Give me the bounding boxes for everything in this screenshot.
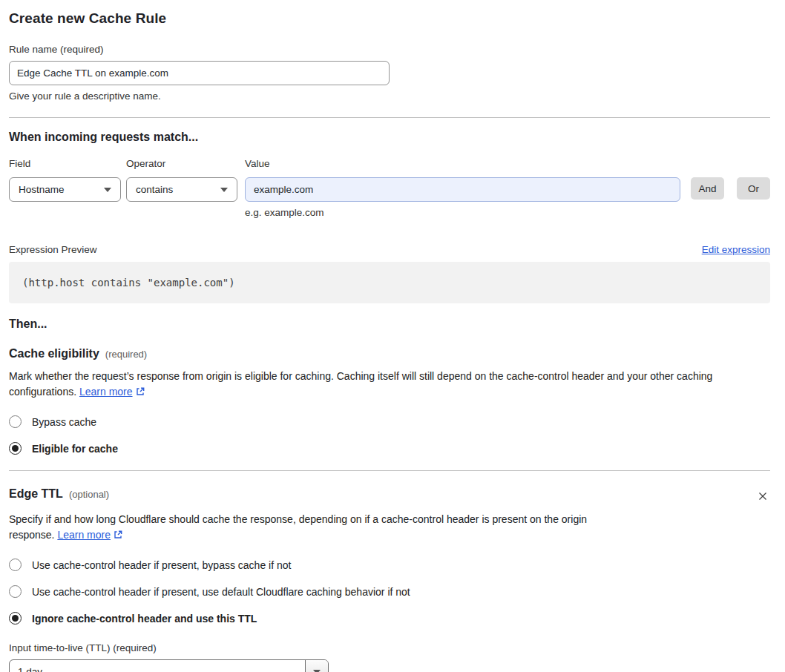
rule-name-help: Give your rule a descriptive name. <box>9 90 770 102</box>
close-icon <box>757 490 769 502</box>
radio-option-label: Use cache-control header if present, byp… <box>32 559 291 571</box>
radio-icon[interactable] <box>9 415 22 428</box>
cache-eligibility-learn-more-link[interactable]: Learn more <box>79 386 133 398</box>
cache-eligibility-description: Mark whether the request’s response from… <box>9 369 770 401</box>
field-select-value: Hostname <box>19 184 65 195</box>
radio-checked-icon[interactable] <box>9 442 22 455</box>
chevron-down-icon <box>104 188 111 192</box>
cache-eligibility-heading: Cache eligibility <box>9 347 99 360</box>
ttl-select-dropdown-button[interactable] <box>305 660 328 672</box>
edit-expression-link[interactable]: Edit expression <box>702 244 770 255</box>
value-help: e.g. example.com <box>245 207 680 218</box>
ttl-select[interactable]: 1 day <box>9 659 329 672</box>
rule-name-label: Rule name (required) <box>9 44 770 55</box>
radio-option-label: Ignore cache-control header and use this… <box>32 613 257 625</box>
and-button[interactable]: And <box>691 177 724 200</box>
edge-ttl-qualifier: (optional) <box>69 489 109 500</box>
value-input[interactable] <box>245 177 680 202</box>
radio-option-ignore-header-use-ttl[interactable]: Ignore cache-control header and use this… <box>9 612 770 625</box>
radio-option-label: Eligible for cache <box>32 443 118 455</box>
edge-ttl-heading: Edge TTL <box>9 487 63 501</box>
divider <box>9 470 770 471</box>
external-link-icon <box>135 386 145 401</box>
edge-ttl-learn-more-link[interactable]: Learn more <box>57 529 111 541</box>
expression-preview-row: Expression Preview Edit expression <box>9 244 770 255</box>
radio-icon[interactable] <box>9 559 22 571</box>
ttl-select-value: 1 day <box>10 660 305 672</box>
external-link-icon <box>113 529 123 544</box>
expression-preview-code: (http.host contains "example.com") <box>9 262 770 303</box>
close-button[interactable] <box>755 489 770 504</box>
page-title: Create new Cache Rule <box>9 10 770 27</box>
operator-select-value: contains <box>136 184 173 195</box>
radio-option-use-header-bypass[interactable]: Use cache-control header if present, byp… <box>9 559 770 571</box>
radio-option-bypass-cache[interactable]: Bypass cache <box>9 415 770 428</box>
operator-label: Operator <box>126 158 237 169</box>
rule-name-input[interactable] <box>9 61 390 85</box>
edge-ttl-header: Edge TTL (optional) <box>9 487 770 504</box>
expression-preview-label: Expression Preview <box>9 244 97 255</box>
chevron-down-icon <box>313 670 321 672</box>
radio-checked-icon[interactable] <box>9 612 22 625</box>
value-label: Value <box>245 158 680 169</box>
radio-icon[interactable] <box>9 585 22 598</box>
field-select[interactable]: Hostname <box>9 177 121 202</box>
cache-eligibility-qualifier: (required) <box>105 349 147 360</box>
field-label: Field <box>9 158 121 169</box>
cache-eligibility-header: Cache eligibility (required) <box>9 347 770 360</box>
then-heading: Then... <box>9 317 770 331</box>
operator-select[interactable]: contains <box>126 177 237 202</box>
match-heading: When incoming requests match... <box>9 131 770 144</box>
radio-option-eligible-for-cache[interactable]: Eligible for cache <box>9 442 770 455</box>
divider <box>9 117 770 118</box>
radio-option-use-header-default[interactable]: Use cache-control header if present, use… <box>9 585 770 598</box>
ttl-label: Input time-to-live (TTL) (required) <box>9 642 770 653</box>
edge-ttl-description: Specify if and how long Cloudflare shoul… <box>9 512 622 544</box>
radio-option-label: Use cache-control header if present, use… <box>32 586 410 598</box>
cache-rule-form: Create new Cache Rule Rule name (require… <box>0 0 785 672</box>
radio-option-label: Bypass cache <box>32 416 96 428</box>
chevron-down-icon <box>220 188 228 192</box>
or-button[interactable]: Or <box>737 177 770 200</box>
expression-builder-row: Field Hostname Operator contains Value e… <box>9 158 770 218</box>
